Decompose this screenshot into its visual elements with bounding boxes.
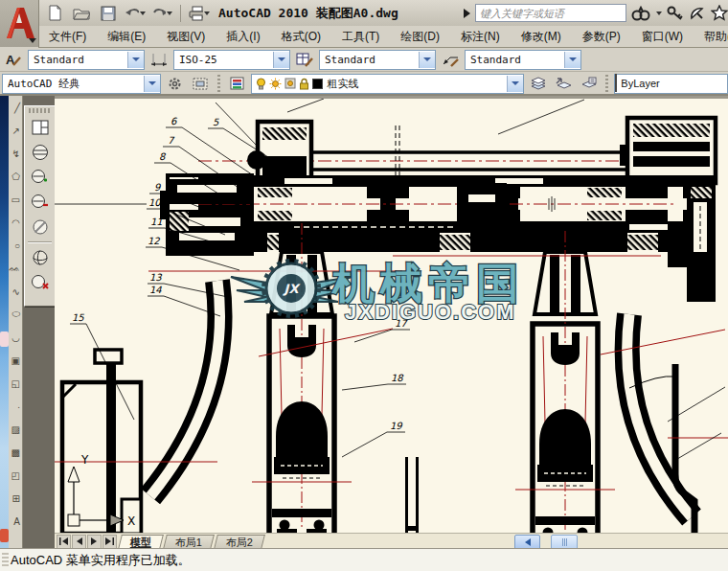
workspace-combo-arrow[interactable]: [144, 76, 160, 92]
prev-tab-button[interactable]: [72, 535, 86, 549]
command-window-grip[interactable]: [2, 553, 9, 568]
layer-previous-icon[interactable]: [577, 73, 599, 95]
application-menu-button[interactable]: [0, 0, 39, 47]
menu-tools[interactable]: 工具(T): [331, 29, 390, 45]
redo-icon[interactable]: [151, 3, 172, 23]
menu-file[interactable]: 文件(F): [38, 29, 97, 45]
mtext-tool-icon[interactable]: A: [9, 510, 22, 533]
tab-model[interactable]: 模型: [118, 535, 164, 549]
layer-combo[interactable]: 粗实线: [251, 74, 524, 94]
layer-states-icon[interactable]: [527, 73, 549, 95]
multileader-style-combo[interactable]: Standard: [465, 50, 581, 70]
workspace-settings-gear-icon[interactable]: [164, 73, 186, 95]
make-block-tool-icon[interactable]: ◱: [9, 372, 22, 395]
layer-on-bulb-icon[interactable]: [256, 78, 266, 90]
text-style-icon[interactable]: A: [2, 49, 25, 71]
layer-lock-icon[interactable]: [299, 78, 309, 90]
hatch-tool-icon[interactable]: ▨: [9, 418, 22, 441]
new-file-icon[interactable]: [44, 3, 65, 23]
dim-style-combo-arrow[interactable]: [273, 52, 289, 68]
first-tab-button[interactable]: [57, 535, 71, 549]
next-tab-button[interactable]: [87, 535, 102, 549]
named-view-globe-icon[interactable]: [27, 140, 53, 165]
workspace-combo[interactable]: AutoCAD 经典: [2, 74, 161, 94]
table-style-combo-arrow[interactable]: [419, 52, 435, 68]
delete-view-icon[interactable]: [27, 270, 53, 295]
table-style-combo[interactable]: Standard: [319, 50, 436, 70]
current-layer-name: 粗实线: [323, 77, 507, 91]
toolbar-grip[interactable]: [217, 75, 221, 92]
command-line-bar[interactable]: AutoCAD 菜单实用程序已加载。: [0, 548, 728, 571]
toolbar-grip-2[interactable]: [605, 75, 609, 92]
ellipse-arc-tool-icon[interactable]: ◡: [9, 326, 22, 349]
menu-insert[interactable]: 插入(I): [216, 29, 270, 45]
tab-layout2[interactable]: 布局2: [214, 535, 265, 549]
undo-icon[interactable]: [125, 3, 146, 23]
make-object-layer-current-icon[interactable]: [552, 73, 574, 95]
save-workspace-icon[interactable]: [189, 73, 211, 95]
layer-combo-arrow[interactable]: [507, 76, 523, 92]
application-menu-caret[interactable]: [29, 38, 36, 43]
table-style-icon[interactable]: [293, 49, 316, 71]
gradient-tool-icon[interactable]: ▩: [9, 441, 22, 464]
line-tool-icon[interactable]: ╱: [9, 96, 22, 119]
menu-draw[interactable]: 绘图(D): [390, 29, 450, 45]
layer-thaw-sun-icon[interactable]: [269, 78, 282, 90]
point-tool-icon[interactable]: ∙: [9, 395, 22, 418]
search-binoculars-icon[interactable]: [631, 3, 650, 23]
insert-block-tool-icon[interactable]: ▣: [9, 349, 22, 372]
dimension-style-icon[interactable]: [148, 49, 171, 71]
save-icon[interactable]: [98, 3, 119, 23]
multileader-style-icon[interactable]: [439, 49, 462, 71]
text-style-combo[interactable]: Standard: [28, 50, 145, 70]
undo-dropdown-caret[interactable]: [140, 11, 146, 15]
region-tool-icon[interactable]: ◰: [9, 464, 22, 487]
print-icon[interactable]: [189, 3, 210, 23]
polyline-tool-icon[interactable]: ↯: [9, 142, 22, 165]
search-expand-icon[interactable]: [464, 9, 470, 18]
polygon-tool-icon[interactable]: ⬠: [9, 165, 22, 188]
layer-color-swatch[interactable]: [312, 79, 323, 89]
dimension-style-combo[interactable]: ISO-25: [173, 50, 290, 70]
circle-tool-icon[interactable]: ○: [9, 234, 22, 257]
search-dropdown-caret[interactable]: [656, 11, 662, 15]
menu-help[interactable]: 帮助(H): [694, 29, 728, 45]
menu-parametric[interactable]: 参数(P): [572, 29, 631, 45]
revcloud-tool-icon[interactable]: ᨐ: [9, 257, 22, 280]
key-icon[interactable]: [667, 3, 684, 23]
layer-properties-icon[interactable]: [226, 73, 248, 95]
text-style-combo-arrow[interactable]: [127, 52, 144, 68]
menu-format[interactable]: 格式(O): [271, 29, 331, 45]
arc-tool-icon[interactable]: ◠: [9, 211, 22, 234]
construction-line-tool-icon[interactable]: ↗: [9, 119, 22, 142]
help-search-input[interactable]: [475, 4, 626, 22]
remove-view-icon[interactable]: [27, 190, 53, 215]
no-view-icon[interactable]: [27, 215, 53, 240]
menu-edit[interactable]: 编辑(E): [97, 29, 156, 45]
print-dropdown-caret[interactable]: [204, 11, 210, 15]
viewports-dialog-icon[interactable]: [27, 115, 53, 140]
spline-tool-icon[interactable]: ∿: [9, 280, 22, 303]
floating-toolbar-grip[interactable]: [29, 108, 51, 113]
tab-layout1[interactable]: 布局1: [163, 535, 215, 549]
layout-tab-bar: 模型 布局1 布局2: [55, 533, 728, 549]
last-tab-button[interactable]: [102, 535, 117, 549]
mleader-style-combo-arrow[interactable]: [564, 52, 580, 68]
add-view-icon[interactable]: [27, 165, 53, 190]
open-file-icon[interactable]: [71, 3, 92, 23]
menu-view[interactable]: 视图(V): [156, 29, 216, 45]
table-tool-icon[interactable]: ⊞: [9, 487, 22, 510]
layer-viewport-freeze-icon[interactable]: [284, 78, 296, 89]
menu-modify[interactable]: 修改(M): [511, 29, 572, 45]
redo-dropdown-caret[interactable]: [167, 11, 172, 15]
model-space-canvas[interactable]: 5 6 7 8 9 10 11 12 13 14 15 17 18 19 Y: [55, 96, 728, 533]
rectangle-tool-icon[interactable]: ▭: [9, 188, 22, 211]
menu-dimension[interactable]: 标注(N): [450, 29, 511, 45]
sphere-view-icon[interactable]: [27, 245, 53, 270]
ellipse-tool-icon[interactable]: ⬭: [9, 303, 22, 326]
menu-window[interactable]: 窗口(W): [631, 29, 694, 45]
communication-center-icon[interactable]: [689, 3, 706, 23]
favorites-star-icon[interactable]: [711, 3, 728, 23]
color-combo[interactable]: ByLayer: [614, 74, 728, 94]
styles-toolbar: A Standard ISO-25 Standard Standard: [0, 48, 728, 72]
